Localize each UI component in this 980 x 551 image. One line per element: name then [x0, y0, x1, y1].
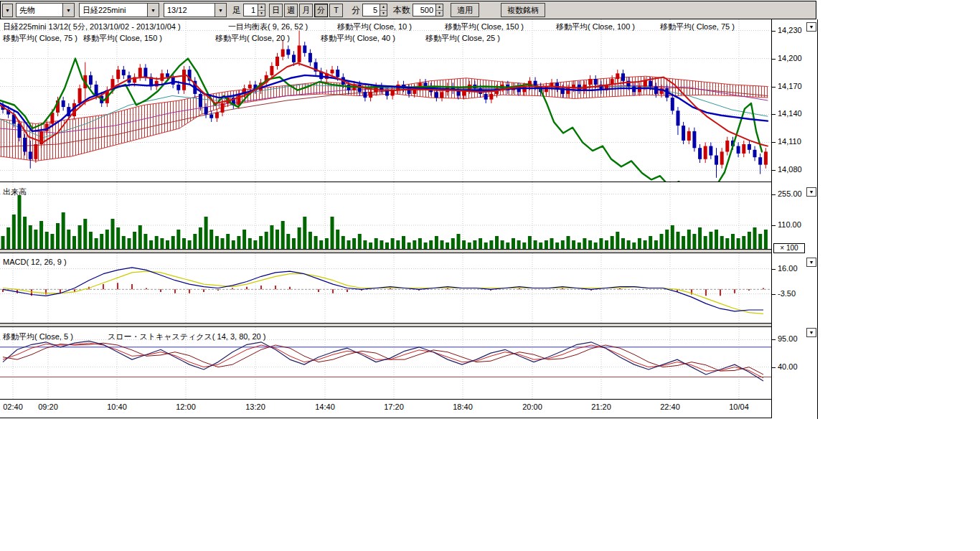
price-legend-line2: 移動平均( Close, 75 ) 移動平均( Close, 150 ) 移動平… [0, 33, 771, 43]
minute-value: 5 [362, 4, 380, 17]
multi-symbol-button[interactable]: 複数銘柄 [501, 3, 545, 17]
chevron-down-icon: ▼ [809, 260, 814, 265]
ma150-legend: 移動平均( Close, 150 ) [83, 33, 162, 44]
symbol-select[interactable]: 日経225mini ▼ [79, 3, 159, 17]
bar-count-label: 本数 [393, 4, 410, 17]
y-axis-label: 14,170 [778, 82, 802, 91]
y-axis-label: 14,230 [778, 26, 802, 35]
y-axis-tick [772, 87, 776, 88]
ma25-legend: 移動平均( Close, 25 ) [425, 33, 500, 44]
trading-chart-app: ▼ 先物 ▼ 日経225mini ▼ 13/12 ▼ 足 1 ▲ ▼ 日 週 月… [0, 0, 980, 551]
market-select[interactable]: 先物 ▼ [16, 3, 75, 17]
y-axis-tick [772, 31, 776, 32]
period-minute-button[interactable]: 分 [314, 4, 328, 17]
period-tick-button[interactable]: T [329, 4, 343, 17]
chevron-down-icon: ▼ [809, 24, 814, 29]
x-axis-label: 13:20 [240, 402, 271, 411]
bar-type-label: 足 [232, 4, 241, 17]
y-axis-label: 110.00 [778, 220, 801, 230]
price-panel[interactable]: 日経225mini 13/12( 5分, 2013/10/02 - 2013/1… [0, 19, 771, 182]
chevron-down-icon: ▼ [215, 4, 226, 17]
stoch-panel-dropdown[interactable]: ▼ [806, 328, 816, 337]
macd-panel[interactable]: MACD( 12, 26, 9 ) [0, 253, 771, 324]
spin-up-icon[interactable]: ▲ [380, 4, 387, 11]
y-axis-label: 14,200 [778, 54, 802, 63]
stochastics-panel[interactable]: 移動平均( Close, 5 ) スロー・ストキャスティクス( 14, 3, 8… [0, 327, 771, 400]
bar-count-value: 500 [413, 4, 435, 17]
volume-panel[interactable]: 出来高 [0, 182, 771, 250]
price-panel-dropdown[interactable]: ▼ [806, 22, 816, 32]
chevron-down-icon: ▼ [147, 4, 159, 17]
bar-count-spinner[interactable]: 500 ▲ ▼ [413, 4, 443, 17]
spinner-buttons[interactable]: ▲ ▼ [258, 4, 265, 17]
x-axis-label: 17:20 [378, 402, 410, 411]
x-axis-label: 21:20 [585, 402, 617, 411]
y-axis-tick [772, 367, 776, 368]
x-axis-label: 20:00 [517, 402, 548, 411]
volume-multiplier-badge: × 100 [773, 243, 805, 253]
macd-panel-dropdown[interactable]: ▼ [806, 258, 816, 267]
y-axis-tick [772, 59, 776, 60]
spin-down-icon[interactable]: ▼ [380, 11, 387, 17]
chevron-down-icon: ▼ [809, 330, 814, 335]
x-axis-label: 10:40 [101, 402, 133, 411]
y-axis-tick [772, 339, 776, 340]
volume-panel-dropdown[interactable]: ▼ [806, 187, 816, 197]
y-axis-tick [772, 114, 776, 115]
ma100-legend: 移動平均( Close, 100 ) [556, 22, 635, 32]
period-month-button[interactable]: 月 [299, 4, 313, 17]
ma75-legend: 移動平均( Close, 75 ) [3, 33, 77, 44]
volume-title: 出来高 [3, 187, 27, 197]
contract-select-value: 13/12 [167, 6, 187, 14]
x-axis-label: 22:40 [654, 402, 686, 411]
y-axis-label: 255.00 [778, 189, 802, 199]
chevron-down-icon: ▼ [5, 8, 10, 13]
x-axis-label: 18:40 [447, 402, 479, 411]
y-axis-label: 14,080 [778, 165, 802, 174]
bar-interval-spinner[interactable]: 1 ▲ ▼ [243, 4, 265, 17]
spin-up-icon[interactable]: ▲ [258, 4, 265, 11]
symbol-select-value: 日経225mini [83, 5, 126, 16]
y-axis-tick [772, 269, 776, 270]
spinner-buttons[interactable]: ▲ ▼ [435, 4, 443, 17]
price-legend-line1: 日経225mini 13/12( 5分, 2013/10/02 - 2013/1… [0, 22, 771, 32]
y-axis-label: 40.00 [778, 362, 798, 372]
macd-chart[interactable] [0, 253, 771, 323]
spin-down-icon[interactable]: ▼ [258, 11, 265, 17]
y-axis-tick [772, 225, 776, 226]
y-axis-gutter: ▼ ▼ ▼ ▼ × 100 14,23014,20014,17014,14014… [771, 19, 817, 418]
y-axis-label: -3.50 [778, 289, 796, 298]
corner-dropdown[interactable]: ▼ [2, 4, 13, 17]
apply-button[interactable]: 適用 [451, 3, 479, 17]
toolbar: ▼ 先物 ▼ 日経225mini ▼ 13/12 ▼ 足 1 ▲ ▼ 日 週 月… [0, 1, 816, 19]
market-select-value: 先物 [19, 5, 35, 16]
y-axis-tick [772, 294, 776, 295]
chevron-down-icon: ▼ [62, 4, 74, 17]
ma75-legend: 移動平均( Close, 75 ) [660, 22, 735, 32]
symbol-period-label: 日経225mini 13/12( 5分, 2013/10/02 - 2013/1… [3, 22, 181, 32]
stoch-ma-title: 移動平均( Close, 5 ) [3, 331, 73, 342]
period-day-button[interactable]: 日 [269, 4, 283, 17]
minute-spinner[interactable]: 5 ▲ ▼ [362, 4, 387, 17]
bar-interval-value: 1 [243, 4, 258, 17]
macd-title: MACD( 12, 26, 9 ) [3, 258, 67, 266]
y-axis-tick [772, 170, 776, 171]
x-axis-label: 09:20 [32, 402, 64, 411]
y-axis-label: 16.00 [778, 264, 798, 273]
spinner-buttons[interactable]: ▲ ▼ [380, 4, 387, 17]
x-axis-label: 12:00 [170, 402, 202, 411]
volume-chart[interactable] [0, 182, 771, 249]
stochastics-title: スロー・ストキャスティクス( 14, 3, 80, 20 ) [108, 331, 265, 342]
minute-label: 分 [352, 4, 360, 17]
x-axis-label: 10/04 [723, 402, 755, 411]
y-axis-label: 95.00 [778, 334, 798, 344]
y-axis-tick [772, 194, 776, 195]
y-axis-tick [772, 142, 776, 143]
ma150-legend: 移動平均( Close, 150 ) [445, 22, 524, 32]
period-week-button[interactable]: 週 [284, 4, 298, 17]
ma40-legend: 移動平均( Close, 40 ) [321, 33, 395, 44]
x-axis-label: 02:40 [0, 402, 29, 411]
spin-up-icon[interactable]: ▲ [436, 4, 443, 11]
spin-down-icon[interactable]: ▼ [436, 11, 443, 17]
contract-select[interactable]: 13/12 ▼ [164, 3, 227, 17]
